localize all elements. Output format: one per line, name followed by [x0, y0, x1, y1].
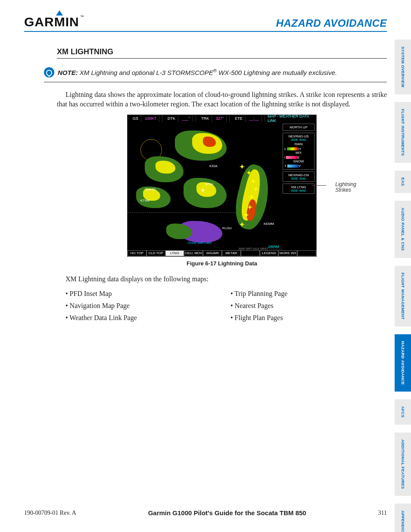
softkey[interactable]: LEGEND [260, 250, 279, 256]
figure: GS 150KT DTK ___° TRK 327° ETE __:__ MAP… [127, 115, 317, 257]
mfd-top-bar: GS 150KT DTK ___° TRK 327° ETE __:__ MAP… [128, 115, 316, 122]
tab-audio-panel[interactable]: AUDIO PANEL & CNS [395, 201, 411, 258]
map-area: ✦ ✦ ✦ ✦ ✦ ✦ ✦ ✦ KIDA KPIH IDAHO KTWF KLG… [128, 122, 283, 250]
tab-eas[interactable]: EAS [395, 171, 411, 193]
gs-label: GS 150KT [128, 115, 162, 122]
lightning-strike-icon: ✦ [251, 178, 256, 185]
softkey[interactable]: CLD TOP [146, 250, 165, 256]
body-paragraph: Lightning data shows the approximate loc… [57, 90, 387, 109]
tab-appendices[interactable]: APPENDICES [395, 504, 411, 532]
softkey[interactable]: SIG/AIR [203, 250, 222, 256]
ownship-icon: ✈ [201, 187, 205, 194]
registered-icon: ® [213, 68, 217, 73]
border-line [128, 212, 249, 213]
ete-label: ETE __:__ [230, 115, 265, 122]
softkey-selected[interactable]: LTNG [165, 250, 184, 256]
list-item: Flight Plan Pages [230, 314, 387, 322]
waypoint-ktwf: KTWF [140, 199, 150, 202]
softkey[interactable]: METAR [222, 250, 241, 256]
page-footer: 190-00709-01 Rev. A Garmin G1000 Pilot's… [24, 509, 387, 516]
list-item: Navigation Map Page [65, 302, 222, 310]
page-number: 311 [378, 510, 387, 516]
annotation-leader [311, 185, 326, 186]
list-item: PFD Inset Map [65, 290, 222, 298]
softkey[interactable]: HO TOP [128, 250, 146, 256]
north-up-box: NORTH UP [283, 124, 314, 131]
lake-label: Great Salt Lake [188, 241, 212, 245]
lightning-strike-icon: ✦ [244, 212, 249, 219]
bullet-columns: PFD Inset Map Navigation Map Page Weathe… [57, 290, 387, 326]
waypoint-kpih: KPIH [205, 182, 213, 186]
softkey[interactable]: CELL MOV [184, 250, 203, 256]
note-block: NOTE: XM Lightning and optional L-3 STOR… [44, 66, 387, 82]
doc-number: 190-00709-01 Rev. A [24, 510, 76, 516]
nexrad-us-legend: NEXRAD-US AGE: 4min RAIN LH MIX IE SNOW … [283, 133, 314, 170]
note-label: NOTE: [58, 69, 78, 76]
bullet-list-right: Trip Planning Page Nearest Pages Flight … [222, 290, 387, 326]
mfd-screen: GS 150KT DTK ___° TRK 327° ETE __:__ MAP… [127, 115, 317, 257]
softkey-bar: HO TOP CLD TOP LTNG CELL MOV SIG/AIR MET… [128, 250, 316, 256]
tab-flight-management[interactable]: FLIGHT MANAGEMENT [395, 266, 411, 327]
trk-label: TRK 327° [196, 115, 230, 122]
tab-afcs[interactable]: AFCS [395, 399, 411, 425]
tab-system-overview[interactable]: SYSTEM OVERVIEW [395, 40, 411, 94]
section-heading: XM LIGHTNING [57, 47, 387, 59]
lightning-strike-icon: ✦ [240, 163, 245, 171]
body-paragraph: XM Lightning data displays on the follow… [57, 274, 387, 284]
xm-ltng-legend: XM LTNG AGE: 4min [283, 184, 314, 194]
list-item: Weather Data Link Page [65, 314, 222, 322]
page-content: XM LIGHTNING NOTE: XM Lightning and opti… [57, 47, 387, 326]
list-item: Trip Planning Page [230, 290, 387, 298]
lightning-strike-icon: ✦ [253, 186, 258, 193]
waypoint-klgu: KLGU [222, 226, 232, 230]
list-item: Nearest Pages [230, 302, 387, 310]
waypoint-kida: KIDA [209, 164, 218, 168]
figure-caption: Figure 6-17 Lightning Data [57, 260, 387, 267]
chapter-tabs: SYSTEM OVERVIEW FLIGHT INSTRUMENTS EAS A… [395, 40, 411, 532]
mfd-page-title: MAP - WEATHER DATA LINK [265, 115, 316, 122]
bullet-list-left: PFD Inset Map Navigation Map Page Weathe… [57, 290, 222, 326]
note-icon [44, 67, 54, 78]
lightning-strike-icon: ✦ [246, 169, 252, 177]
lightning-strike-icon: ✦ [240, 221, 245, 228]
page-header: GARMIN™ HAZARD AVOIDANCE [24, 15, 387, 32]
tab-hazard-avoidance[interactable]: HAZARD AVOIDANCE [395, 334, 411, 392]
softkey[interactable]: MORE WX [278, 250, 297, 256]
lightning-strike-icon: ✦ [247, 204, 252, 211]
waypoint-kemm: KEMM [264, 222, 274, 226]
chapter-title: HAZARD AVOIDANCE [276, 17, 387, 29]
logo-text: GARMIN [24, 15, 79, 29]
logo-triangle-icon [56, 10, 63, 16]
tab-flight-instruments[interactable]: FLIGHT INSTRUMENTS [395, 102, 411, 163]
page-group-indicator: MAP WPT AUX NRST □ □ □ □ □ [239, 247, 282, 250]
nexrad-cn-legend: NEXRAD-CN AGE: 4min [283, 171, 314, 182]
note-text: NOTE: XM Lightning and optional L-3 STOR… [58, 68, 337, 76]
trademark-icon: ™ [80, 15, 84, 19]
doc-title: Garmin G1000 Pilot's Guide for the Socat… [76, 509, 378, 516]
mfd-side-panel: NORTH UP NEXRAD-US AGE: 4min RAIN LH MIX… [283, 122, 316, 194]
garmin-logo: GARMIN™ [24, 15, 87, 29]
waypoint-idaho: IDAHO [145, 187, 156, 191]
dtk-label: DTK ___° [162, 115, 196, 122]
softkey[interactable] [297, 250, 316, 256]
figure-annotation: LightningStrikes [335, 182, 356, 193]
lightning-strike-icon: ✦ [249, 193, 254, 201]
tab-additional-features[interactable]: ADDITIONAL FEATURES [395, 432, 411, 496]
softkey[interactable] [241, 250, 260, 256]
